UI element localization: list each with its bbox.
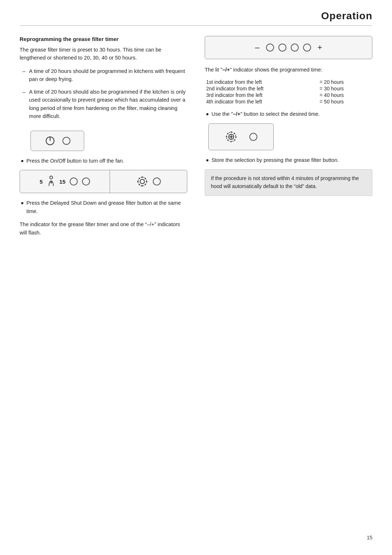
indicator-value-1: = 20 hours: [317, 79, 372, 85]
page-number: 15: [367, 535, 372, 540]
indicator-label-4: 4th indicator from the left: [205, 98, 317, 105]
minus-label: –: [255, 44, 259, 52]
press-onoff-item: Press the On/Off button to turn off the …: [20, 157, 187, 165]
press-delayed-item: Press the Delayed Shut Down and grease f…: [20, 199, 187, 215]
content-area: Reprogramming the grease filter timer Th…: [0, 26, 392, 242]
circle-ind-2: [82, 177, 90, 185]
intro-text: The grease filter timer is preset to 30 …: [20, 46, 187, 62]
svg-point-27: [232, 136, 233, 137]
indicator-value-4: = 50 hours: [317, 98, 372, 105]
grease-filter-panel: [208, 123, 274, 150]
svg-point-29: [231, 138, 232, 139]
onoff-indicator: [62, 137, 70, 145]
store-selection-list: Store the selection by pressing the grea…: [205, 156, 372, 164]
right-circle-1: [266, 44, 274, 52]
person-icon: [47, 176, 55, 188]
gear-icon: [136, 175, 148, 188]
dash-plus-bold-1: –/+: [222, 67, 230, 73]
info-box: If the procedure is not stored within 4 …: [205, 169, 372, 196]
indicator-table: 1st indicator from the left = 20 hours 2…: [205, 79, 372, 105]
table-row: 1st indicator from the left = 20 hours: [205, 79, 372, 85]
table-row: 4th indicator from the left = 50 hours: [205, 98, 372, 105]
onoff-button-panel: [30, 131, 84, 151]
bullet-item-1: A time of 20 hours should be programmed …: [20, 67, 187, 83]
timer-label-15: 15: [60, 179, 66, 185]
indicator-value-3: = 40 hours: [317, 92, 372, 98]
svg-point-25: [230, 136, 232, 138]
right-circle-2: [278, 44, 286, 52]
indicator-note: The lit "–/+" indicator shows the progra…: [205, 66, 372, 74]
table-row: 2nd indicator from the left = 30 hours: [205, 85, 372, 92]
timer-panel-left: 5 15: [20, 170, 110, 193]
circle-ind-1: [70, 177, 78, 185]
timer-panel-right: [110, 170, 187, 193]
indicator-flash-text: The indicator for the grease filter time…: [20, 220, 187, 237]
table-row: 3rd indicator from the left = 40 hours: [205, 92, 372, 98]
plus-label: +: [318, 44, 322, 52]
svg-point-28: [231, 135, 232, 136]
indicator-row: [266, 44, 311, 52]
dual-button-panel: 5 15: [20, 170, 187, 193]
press-delayed-list: Press the Delayed Shut Down and grease f…: [20, 199, 187, 215]
right-circle-4: [303, 44, 311, 52]
svg-point-26: [229, 136, 230, 137]
section-heading: Reprogramming the grease filter timer: [20, 36, 187, 42]
use-button-item: Use the "–/+" button to select the desir…: [205, 110, 372, 118]
store-selection-item: Store the selection by pressing the grea…: [205, 156, 372, 164]
left-column: Reprogramming the grease filter timer Th…: [20, 36, 187, 242]
bullet-item-2: A time of 20 hours should also be progra…: [20, 88, 187, 121]
svg-point-2: [50, 176, 53, 179]
grease-gear-icon: [225, 130, 238, 143]
page-title: Operation: [321, 10, 372, 22]
timer-label-5: 5: [40, 179, 42, 185]
press-onoff-list: Press the On/Off button to turn off the …: [20, 157, 187, 165]
power-icon: [44, 135, 56, 147]
right-circle-3: [291, 44, 299, 52]
indicator-label-3: 3rd indicator from the left: [205, 92, 317, 98]
svg-point-5: [140, 179, 144, 184]
grease-circle-ind: [249, 133, 257, 141]
right-column: – + The lit "–/+" indicator shows the pr…: [205, 36, 372, 242]
indicator-label-1: 1st indicator from the left: [205, 79, 317, 85]
bullet-list: A time of 20 hours should be programmed …: [20, 67, 187, 121]
indicator-label-2: 2nd indicator from the left: [205, 85, 317, 92]
minus-plus-panel: – +: [205, 36, 372, 59]
circle-ind-3: [153, 177, 161, 185]
page-header: Operation: [0, 0, 392, 22]
use-button-list: Use the "–/+" button to select the desir…: [205, 110, 372, 118]
dash-plus-bold-2: –/+: [233, 110, 241, 118]
indicator-value-2: = 30 hours: [317, 85, 372, 92]
